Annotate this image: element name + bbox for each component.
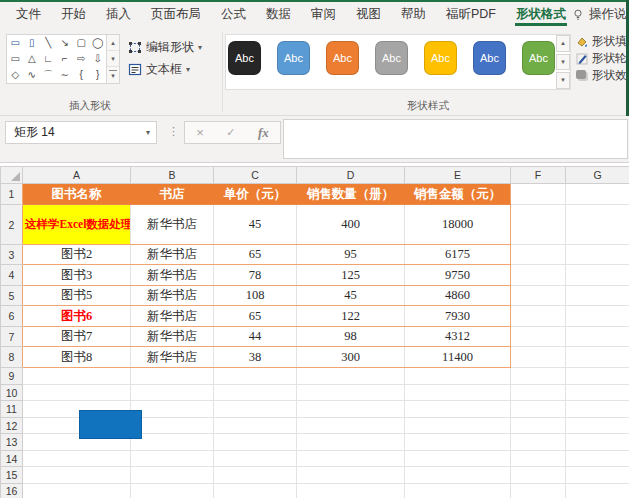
row-header-7[interactable]: 7 [1,327,23,347]
shape-gallery-item[interactable]: ▯ [24,35,41,51]
formula-bar-grip-icon[interactable]: ⋮ [168,125,179,138]
cell-C5[interactable]: 108 [214,286,297,306]
cell-C3[interactable]: 65 [214,245,297,265]
shape-gallery-item[interactable]: ∟ [40,51,57,67]
scroll-down-icon[interactable]: ▾ [556,54,570,71]
cell-C11[interactable] [214,401,297,418]
row-header-14[interactable]: 14 [1,451,23,467]
shape-gallery-item[interactable]: } [90,67,107,83]
insert-function-button[interactable]: fx [258,125,269,141]
shape-style-thumbnail-7[interactable]: Abc [522,41,555,75]
cell-E3[interactable]: 6175 [405,245,511,265]
tab-公式[interactable]: 公式 [211,0,256,28]
cell-D5[interactable]: 45 [297,286,405,306]
cell-D11[interactable] [297,401,405,418]
scroll-up-icon[interactable]: ▴ [556,35,570,52]
tab-数据[interactable]: 数据 [256,0,301,28]
cell-A6[interactable]: 图书6 [23,306,131,327]
cell-D8[interactable]: 300 [297,347,405,368]
rectangle-shape[interactable] [79,410,142,439]
cell-F4[interactable] [511,265,566,286]
cell-E14[interactable] [405,451,511,467]
cell-D9[interactable] [297,368,405,385]
cell-F8[interactable] [511,347,566,368]
name-box[interactable]: 矩形 14 ▾ [5,121,157,144]
cell-G14[interactable] [566,451,629,467]
cell-G7[interactable] [566,327,629,347]
cell-A15[interactable] [23,467,131,484]
cell-D14[interactable] [297,451,405,467]
row-header-1[interactable]: 1 [1,184,23,205]
cell-G11[interactable] [566,401,629,418]
row-header-8[interactable]: 8 [1,347,23,368]
shape-gallery-item[interactable]: ▭ [7,35,24,51]
cell-B10[interactable] [131,385,214,401]
cell-G12[interactable] [566,418,629,434]
cell-E1[interactable]: 销售金额（元） [405,184,511,205]
cell-F11[interactable] [511,401,566,418]
cell-G10[interactable] [566,385,629,401]
cell-C8[interactable]: 38 [214,347,297,368]
cell-D6[interactable]: 122 [297,306,405,327]
tab-审阅[interactable]: 审阅 [301,0,346,28]
shape-style-thumbnail-3[interactable]: Abc [326,41,359,75]
cell-A16[interactable] [23,484,131,498]
cell-G1[interactable] [566,184,629,205]
cell-B3[interactable]: 新华书店 [131,245,214,265]
cell-F12[interactable] [511,418,566,434]
col-header-C[interactable]: C [214,167,297,184]
shape-gallery-item[interactable]: ▭ [7,51,24,67]
formula-input[interactable] [283,119,628,159]
row-header-4[interactable]: 4 [1,265,23,286]
row-header-16[interactable]: 16 [1,484,23,498]
cancel-icon[interactable]: × [196,125,204,140]
cell-B2[interactable]: 新华书店 [131,205,214,245]
col-header-F[interactable]: F [511,167,566,184]
shape-style-thumbnail-2[interactable]: Abc [277,41,310,75]
cell-E7[interactable]: 4312 [405,327,511,347]
shape-outline-button[interactable]: 形状轮廓 [576,50,629,67]
cell-E2[interactable]: 18000 [405,205,511,245]
cell-F14[interactable] [511,451,566,467]
shape-effects-button[interactable]: 形状效果 [576,67,629,84]
cell-G2[interactable] [566,205,629,245]
shape-style-thumbnail-4[interactable]: Abc [375,41,408,75]
cell-A1[interactable]: 图书名称 [23,184,131,205]
cell-F9[interactable] [511,368,566,385]
cell-G8[interactable] [566,347,629,368]
col-header-E[interactable]: E [405,167,511,184]
tab-开始[interactable]: 开始 [51,0,96,28]
cell-B11[interactable] [131,401,214,418]
cell-C15[interactable] [214,467,297,484]
shape-gallery-item[interactable]: ∿ [24,67,41,83]
cell-E16[interactable] [405,484,511,498]
cell-C13[interactable] [214,434,297,451]
cell-D12[interactable] [297,418,405,434]
shape-gallery-item[interactable]: ◯ [90,35,107,51]
cell-D3[interactable]: 95 [297,245,405,265]
cell-C9[interactable] [214,368,297,385]
tab-文件[interactable]: 文件 [6,0,51,28]
shape-gallery-item[interactable]: ▢ [73,35,90,51]
shape-gallery-item[interactable]: ↘ [57,35,74,51]
cell-B5[interactable]: 新华书店 [131,286,214,306]
cell-A3[interactable]: 图书2 [23,245,131,265]
tell-me-box[interactable]: 操作说明 [572,0,629,28]
cell-A10[interactable] [23,385,131,401]
cell-F16[interactable] [511,484,566,498]
cell-E9[interactable] [405,368,511,385]
cell-A5[interactable]: 图书5 [23,286,131,306]
shape-style-thumbnail-6[interactable]: Abc [473,41,506,75]
shape-style-thumbnail-1[interactable]: Abc [228,41,261,75]
scroll-down-icon[interactable]: ▾ [107,51,119,67]
cell-E15[interactable] [405,467,511,484]
shape-gallery-item[interactable]: ◇ [7,67,24,83]
cell-E8[interactable]: 11400 [405,347,511,368]
cell-G15[interactable] [566,467,629,484]
cell-E13[interactable] [405,434,511,451]
cell-F5[interactable] [511,286,566,306]
cell-E5[interactable]: 4860 [405,286,511,306]
cell-F13[interactable] [511,434,566,451]
cell-C2[interactable]: 45 [214,205,297,245]
cell-B13[interactable] [131,434,214,451]
